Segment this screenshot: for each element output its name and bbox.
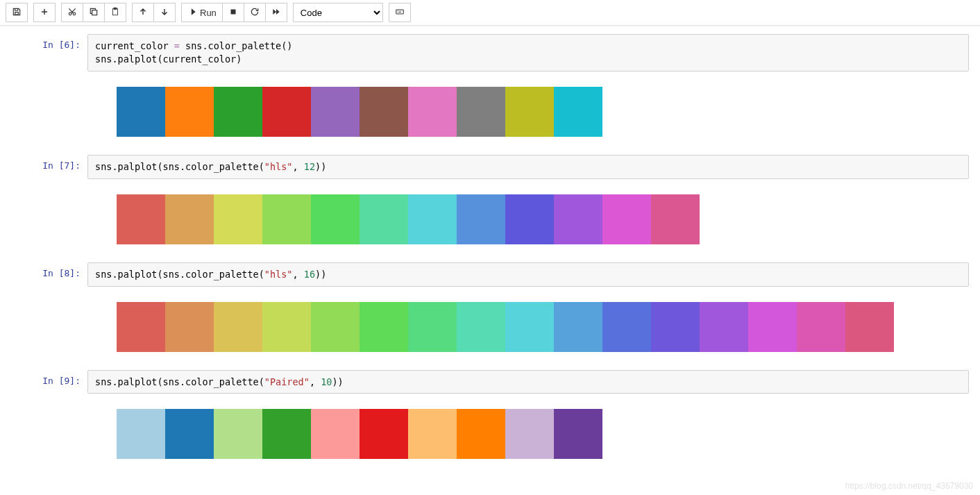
code-input[interactable]: sns.palplot(sns.color_palette("hls", 16)… (87, 262, 969, 287)
color-swatch (262, 87, 311, 137)
save-button[interactable] (6, 3, 28, 22)
save-icon (12, 7, 22, 19)
color-swatch (554, 409, 602, 459)
color-swatch (165, 302, 214, 352)
color-swatch (748, 302, 797, 352)
color-swatch (262, 194, 311, 244)
svg-rect-7 (396, 10, 404, 14)
run-icon (187, 7, 197, 19)
notebook-container: In [6]:current_color = sns.color_palette… (0, 28, 980, 495)
run-button[interactable]: Run (181, 3, 223, 22)
output-cell (11, 77, 969, 149)
color-swatch (214, 194, 262, 244)
plus-icon (40, 7, 49, 19)
output-area (87, 185, 969, 257)
color-swatch (554, 194, 602, 244)
color-swatch (651, 194, 700, 244)
move-down-button[interactable] (153, 3, 176, 22)
output-prompt (11, 77, 87, 149)
palette-plot (117, 87, 969, 137)
color-swatch (408, 302, 457, 352)
run-label: Run (200, 8, 217, 18)
input-prompt: In [6]: (11, 34, 87, 72)
color-swatch (360, 302, 408, 352)
fast-forward-icon (271, 7, 281, 19)
palette-plot (117, 302, 969, 352)
color-swatch (457, 87, 505, 137)
color-swatch (554, 302, 602, 352)
color-swatch (505, 302, 554, 352)
palette-plot (117, 194, 969, 244)
output-cell (11, 399, 969, 471)
color-swatch (165, 194, 214, 244)
svg-rect-5 (114, 8, 117, 9)
code-cell: In [8]:sns.palplot(sns.color_palette("hl… (11, 262, 969, 287)
output-area (87, 399, 969, 471)
insert-cell-button[interactable] (33, 3, 56, 22)
color-swatch (262, 409, 311, 459)
color-swatch (214, 409, 262, 459)
cut-icon (67, 7, 77, 19)
restart-run-all-button[interactable] (265, 3, 287, 22)
color-swatch (797, 302, 845, 352)
paste-icon (110, 7, 120, 19)
cut-button[interactable] (61, 3, 83, 22)
color-swatch (505, 409, 554, 459)
color-swatch (408, 409, 457, 459)
color-swatch (165, 409, 214, 459)
color-swatch (408, 194, 457, 244)
color-swatch (214, 87, 262, 137)
keyboard-icon (395, 7, 405, 19)
code-input[interactable]: sns.palplot(sns.color_palette("Paired", … (87, 370, 969, 394)
color-swatch (700, 302, 748, 352)
color-swatch (117, 87, 165, 137)
arrow-down-icon (160, 7, 169, 19)
code-cell: In [9]:sns.palplot(sns.color_palette("Pa… (11, 370, 969, 394)
color-swatch (117, 194, 165, 244)
restart-button[interactable] (244, 3, 266, 22)
color-swatch (505, 87, 554, 137)
color-swatch (311, 409, 360, 459)
paste-button[interactable] (104, 3, 126, 22)
output-prompt (11, 185, 87, 257)
input-prompt: In [9]: (11, 370, 87, 394)
arrow-up-icon (138, 7, 148, 19)
color-swatch (311, 302, 360, 352)
color-swatch (311, 87, 360, 137)
stop-icon (228, 7, 238, 19)
color-swatch (602, 302, 651, 352)
color-swatch (360, 194, 408, 244)
code-input[interactable]: sns.palplot(sns.color_palette("hls", 12)… (87, 155, 969, 179)
celltype-select[interactable]: Code (293, 3, 383, 22)
svg-rect-0 (15, 12, 19, 14)
color-swatch (845, 302, 894, 352)
input-prompt: In [8]: (11, 262, 87, 287)
svg-point-1 (69, 12, 71, 15)
color-swatch (651, 302, 700, 352)
interrupt-button[interactable] (222, 3, 244, 22)
color-swatch (602, 194, 651, 244)
color-swatch (360, 87, 408, 137)
color-swatch (117, 409, 165, 459)
restart-icon (250, 7, 260, 19)
code-input[interactable]: current_color = sns.color_palette() sns.… (87, 34, 969, 72)
toolbar: Run Code (0, 0, 980, 26)
color-swatch (117, 302, 165, 352)
code-cell: In [6]:current_color = sns.color_palette… (11, 34, 969, 72)
code-cell: In [7]:sns.palplot(sns.color_palette("hl… (11, 155, 969, 179)
output-area (87, 292, 969, 364)
svg-rect-3 (92, 10, 97, 15)
color-swatch (214, 302, 262, 352)
palette-plot (117, 409, 969, 459)
svg-point-2 (73, 12, 76, 15)
color-swatch (165, 87, 214, 137)
color-swatch (262, 302, 311, 352)
color-swatch (360, 409, 408, 459)
color-swatch (457, 409, 505, 459)
command-palette-button[interactable] (389, 3, 411, 22)
copy-button[interactable] (83, 3, 105, 22)
color-swatch (457, 194, 505, 244)
move-up-button[interactable] (132, 3, 154, 22)
color-swatch (554, 87, 602, 137)
color-swatch (457, 302, 505, 352)
